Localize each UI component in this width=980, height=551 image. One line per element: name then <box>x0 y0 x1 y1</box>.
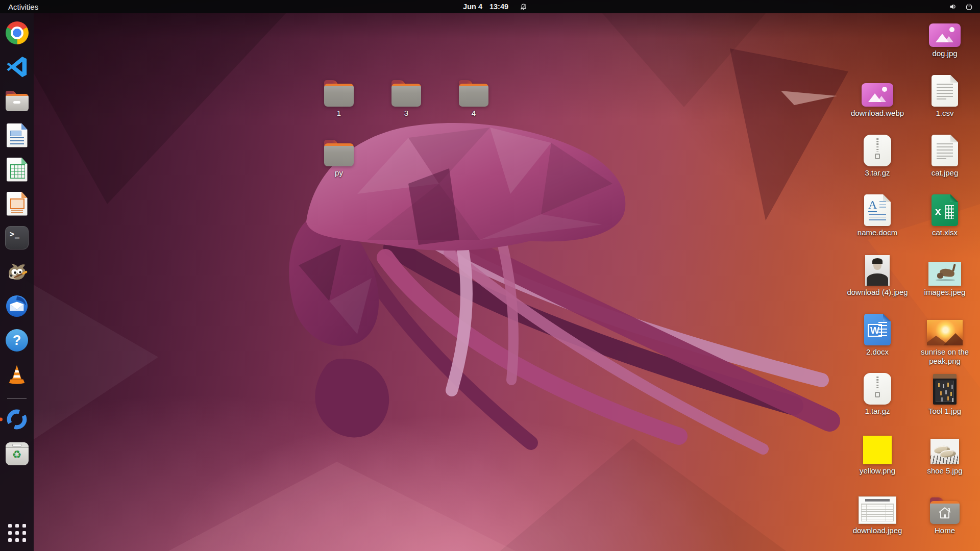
desktop-icon-label: Home <box>935 526 955 535</box>
desktop-icon-home[interactable]: Home <box>911 490 978 535</box>
desktop-icon-label: shoe 5.jpg <box>927 466 962 475</box>
archive-file-icon <box>864 373 891 405</box>
desktop-icon-label: images.jpeg <box>924 288 966 297</box>
trash-icon: ♻ <box>6 442 29 465</box>
desktop-icon-name-docm[interactable]: A name.docm <box>844 192 911 237</box>
desktop-icon-py[interactable]: py <box>305 133 373 178</box>
desktop-icon-1-csv[interactable]: 1.csv <box>911 73 978 118</box>
running-indicator <box>0 418 3 421</box>
dock-item-files[interactable] <box>5 89 29 113</box>
show-applications-button[interactable] <box>5 520 29 545</box>
dock-item-vscode[interactable] <box>5 55 29 79</box>
desktop-icon-label: 3.tar.gz <box>865 168 890 178</box>
sunrise-photo-thumbnail <box>927 320 963 345</box>
dock-item-updater[interactable] <box>5 407 29 432</box>
tools-photo-thumbnail <box>933 374 957 405</box>
desktop-icon-download-jpeg[interactable]: download.jpeg <box>844 490 911 535</box>
system-status-menu[interactable] <box>942 0 980 13</box>
impress-icon <box>7 192 28 216</box>
chrome-icon <box>6 21 29 44</box>
help-icon: ? <box>6 329 28 352</box>
desktop-icon-yellow-png[interactable]: yellow.png <box>844 431 911 475</box>
dock-divider <box>7 398 27 399</box>
activities-button[interactable]: Activities <box>0 0 46 13</box>
dock-item-thunderbird[interactable] <box>5 294 29 318</box>
desktop-icon-label: 2.docx <box>866 347 889 357</box>
table-document-thumbnail <box>859 496 896 524</box>
dock-item-help[interactable]: ? <box>5 328 29 353</box>
desktop-icon-images-jpeg[interactable]: images.jpeg <box>911 252 978 297</box>
desktop-icon-label: yellow.png <box>860 466 895 475</box>
dock-item-trash[interactable]: ♻ <box>5 441 29 466</box>
home-folder-icon <box>928 497 961 524</box>
calc-icon <box>7 158 28 182</box>
dock-item-gimp[interactable] <box>5 260 29 284</box>
vlc-icon <box>5 363 29 386</box>
desktop-icon-cat-xlsx[interactable]: x cat.xlsx <box>911 192 978 237</box>
desktop-icon-label: name.docm <box>857 228 897 237</box>
desktop-icon-label: download.jpeg <box>853 526 902 535</box>
notifications-muted-icon <box>520 3 527 11</box>
terminal-icon: >_ <box>5 226 29 249</box>
text-file-icon <box>932 135 958 166</box>
desktop-icon-shoe-5-jpg[interactable]: shoe 5.jpg <box>911 431 978 475</box>
desktop-icon-dog-jpg[interactable]: dog.jpg <box>911 13 978 58</box>
desktop-icon-label: py <box>335 168 343 178</box>
docx-file-icon: W <box>864 314 891 345</box>
desktop-icon-4[interactable]: 4 <box>440 73 507 118</box>
desktop-icon-1-tar-gz[interactable]: 1.tar.gz <box>844 371 911 416</box>
thunderbird-icon <box>5 294 29 318</box>
desktop-icon-label: 4 <box>472 109 476 118</box>
vscode-icon <box>5 55 29 79</box>
desktop-icon-label: sunrise on the peak.png <box>914 347 976 365</box>
desktop-icon-download-4-jpeg[interactable]: download (4).jpeg <box>844 252 911 297</box>
desktop-icon-label: 3 <box>404 109 408 118</box>
desktop-icon-1[interactable]: 1 <box>305 73 373 118</box>
writer-icon <box>7 123 28 147</box>
clock-menu[interactable]: Jun 4 13:49 <box>463 0 527 13</box>
folder-icon <box>323 140 355 166</box>
dock-item-terminal[interactable]: >_ <box>5 226 29 250</box>
app-grid-icon <box>8 524 26 542</box>
folder-icon <box>323 80 355 107</box>
yellow-image-thumbnail <box>863 436 892 464</box>
docm-file-icon: A <box>864 194 891 226</box>
cat-photo-thumbnail <box>928 262 961 286</box>
folder-icon <box>390 80 423 107</box>
clock-time: 13:49 <box>489 3 508 11</box>
dock-item-chrome[interactable] <box>5 20 29 45</box>
desktop-icon-sunrise-on-the-peak-png[interactable]: sunrise on the peak.png <box>911 312 978 365</box>
folder-icon <box>457 80 490 107</box>
gimp-icon <box>5 260 29 284</box>
desktop-icon-label: cat.xlsx <box>932 228 958 237</box>
desktop-icon-label: download.webp <box>851 109 904 118</box>
text-file-icon <box>932 75 958 107</box>
software-updater-icon <box>5 408 29 431</box>
desktop-icon-label: cat.jpeg <box>932 168 959 178</box>
top-bar: Activities Jun 4 13:49 <box>0 0 980 13</box>
shoes-photo-thumbnail <box>930 439 959 464</box>
desktop-icon-label: Tool 1.jpg <box>928 407 961 416</box>
dock-item-calc[interactable] <box>5 157 29 182</box>
image-file-icon <box>929 23 961 47</box>
files-icon <box>5 91 29 111</box>
desktop-icon-2-docx[interactable]: W 2.docx <box>844 312 911 357</box>
desktop-screen: Activities Jun 4 13:49 <box>0 0 980 551</box>
image-file-icon <box>862 83 893 107</box>
dock-item-impress[interactable] <box>5 191 29 216</box>
desktop-icon-3[interactable]: 3 <box>373 73 440 118</box>
volume-icon <box>949 3 957 11</box>
dock-item-vlc[interactable] <box>5 362 29 387</box>
portrait-photo-thumbnail <box>865 255 890 286</box>
desktop-icon-download-webp[interactable]: download.webp <box>844 73 911 118</box>
desktop-icon-label: 1.csv <box>936 109 953 118</box>
desktop-icon-tool-1-jpg[interactable]: Tool 1.jpg <box>911 371 978 416</box>
desktop-icon-label: 1.tar.gz <box>865 407 890 416</box>
desktop-icon-3-tar-gz[interactable]: 3.tar.gz <box>844 133 911 178</box>
archive-file-icon <box>864 135 891 166</box>
power-icon <box>965 3 973 11</box>
desktop-icon-label: download (4).jpeg <box>847 288 908 297</box>
dock-item-writer[interactable] <box>5 123 29 147</box>
dock: >_?♻ <box>0 13 34 551</box>
desktop-icon-cat-jpeg[interactable]: cat.jpeg <box>911 133 978 178</box>
